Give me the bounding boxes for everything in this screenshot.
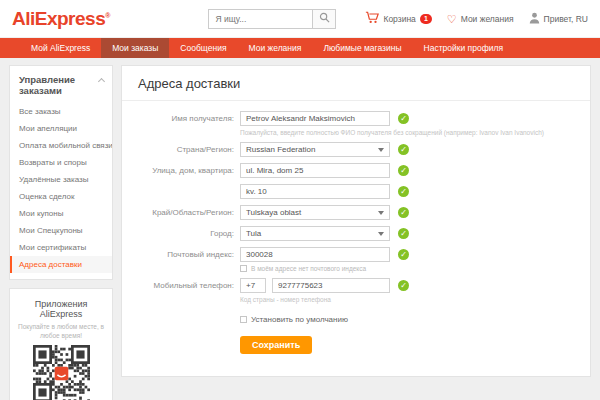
sidebar-item-returns-disputes[interactable]: Возвраты и споры xyxy=(10,154,112,171)
default-address-checkbox[interactable] xyxy=(240,316,247,323)
logo-reg-mark: ® xyxy=(105,11,110,18)
province-row: Край/Область/Регион: Tulskaya oblast xyxy=(122,205,590,220)
cart-link[interactable]: Корзина 1 xyxy=(365,11,431,26)
cart-count-badge: 1 xyxy=(420,14,432,24)
account-link[interactable]: Привет, RU xyxy=(529,12,588,26)
greeting-label: Привет, RU xyxy=(544,14,588,24)
default-address-label: Установить по умолчанию xyxy=(251,315,348,324)
address-form: Имя получателя: Пожалуйста, введите полн… xyxy=(122,101,590,376)
nav-item-my-orders[interactable]: Мои заказы xyxy=(101,38,169,58)
valid-check-icon xyxy=(398,165,409,176)
phone-row: Мобильный телефон: xyxy=(122,278,590,293)
province-label: Край/Область/Регион: xyxy=(122,208,234,217)
chevron-down-icon xyxy=(378,211,384,218)
no-zip-option: В моём адресе нет почтового индекса xyxy=(240,265,366,272)
sidebar-item-certificates[interactable]: Мои сертификаты xyxy=(10,239,112,256)
sidebar-item-select-coupons[interactable]: Мои Спецкупоны xyxy=(10,222,112,239)
sidebar-item-appeals[interactable]: Мои апелляции xyxy=(10,120,112,137)
cart-label: Корзина xyxy=(383,14,415,24)
valid-check-icon xyxy=(398,186,409,197)
no-zip-checkbox[interactable] xyxy=(240,265,247,272)
user-icon xyxy=(529,12,540,26)
city-select-value: Tula xyxy=(246,229,261,238)
nav-item-messages[interactable]: Сообщения xyxy=(169,38,237,58)
chevron-up-icon xyxy=(98,78,105,85)
default-address-option: Установить по умолчанию xyxy=(240,315,348,324)
orders-section-header[interactable]: Управление заказами xyxy=(10,66,112,103)
street-input[interactable] xyxy=(240,163,390,178)
zip-row: Почтовый индекс: xyxy=(122,247,590,262)
wishlist-label: Мои желания xyxy=(461,14,514,24)
phone-number-input[interactable] xyxy=(272,278,390,293)
search-bar xyxy=(208,9,336,29)
recipient-name-hint-row: Пожалуйста, введите полностью ФИО получа… xyxy=(122,129,590,136)
sidebar-item-shipping-addresses[interactable]: Адреса доставки xyxy=(10,256,112,273)
apartment-input[interactable] xyxy=(240,184,390,199)
country-label: Страна/Регион: xyxy=(122,145,234,154)
wishlist-link[interactable]: ♡ Мои желания xyxy=(447,14,514,24)
qr-code[interactable] xyxy=(15,345,107,400)
orders-section-title: Управление заказами xyxy=(19,74,75,96)
nav-item-favorite-stores[interactable]: Любимые магазины xyxy=(312,38,412,58)
sidebar-item-feedback[interactable]: Оценка сделок xyxy=(10,188,112,205)
top-header: AliExpress® Корзина 1 ♡ Мои желания Прив… xyxy=(0,0,600,38)
zip-label: Почтовый индекс: xyxy=(122,250,234,259)
country-select-value: Russian Federation xyxy=(246,145,315,154)
phone-country-code-input[interactable] xyxy=(240,278,266,293)
qr-code-svg xyxy=(33,345,90,400)
search-input[interactable] xyxy=(208,9,312,29)
no-zip-label: В моём адресе нет почтового индекса xyxy=(251,265,366,272)
street-row: Улица, дом, квартира: xyxy=(122,163,590,178)
province-select-value: Tulskaya oblast xyxy=(246,208,301,217)
phone-label: Мобильный телефон: xyxy=(122,281,234,290)
recipient-name-label: Имя получателя: xyxy=(122,114,234,123)
heart-icon: ♡ xyxy=(447,14,457,24)
app-promo-subtitle: Покупайте в любом месте, в любое время! xyxy=(15,323,107,341)
sidebar-item-all-orders[interactable]: Все заказы xyxy=(10,103,112,120)
aliexpress-logo[interactable]: AliExpress® xyxy=(12,8,110,30)
sidebar-item-deleted-orders[interactable]: Удалённые заказы xyxy=(10,171,112,188)
country-select[interactable]: Russian Federation xyxy=(240,142,390,157)
city-select[interactable]: Tula xyxy=(240,226,390,241)
sidebar-item-coupons[interactable]: Мои купоны xyxy=(10,205,112,222)
chevron-down-icon xyxy=(378,232,384,239)
nav-item-wishlist[interactable]: Мои желания xyxy=(238,38,313,58)
phone-hint-row: Код страны - номер телефона xyxy=(122,296,590,303)
city-row: Город: Tula xyxy=(122,226,590,241)
main-nav: Мой AliExpress Мои заказы Сообщения Мои … xyxy=(0,38,600,58)
valid-check-icon xyxy=(398,144,409,155)
recipient-name-row: Имя получателя: xyxy=(122,111,590,126)
save-button[interactable]: Сохранить xyxy=(240,336,312,354)
no-zip-row: В моём адресе нет почтового индекса xyxy=(122,265,590,272)
chevron-down-icon xyxy=(378,148,384,155)
phone-hint: Код страны - номер телефона xyxy=(240,296,331,303)
app-promo-title: Приложения AliExpress xyxy=(15,299,107,319)
city-label: Город: xyxy=(122,229,234,238)
apartment-row xyxy=(122,184,590,199)
valid-check-icon xyxy=(398,280,409,291)
search-button[interactable] xyxy=(312,9,336,29)
street-label: Улица, дом, квартира: xyxy=(122,166,234,175)
orders-menu-card: Управление заказами Все заказы Мои апелл… xyxy=(9,65,113,280)
recipient-name-input[interactable] xyxy=(240,111,390,126)
valid-check-icon xyxy=(398,207,409,218)
zip-input[interactable] xyxy=(240,247,390,262)
main-panel: Адреса доставки Имя получателя: Пожалуйс… xyxy=(121,65,591,377)
page-content: Управление заказами Все заказы Мои апелл… xyxy=(0,58,600,400)
nav-item-profile-settings[interactable]: Настройки профиля xyxy=(413,38,514,58)
country-row: Страна/Регион: Russian Federation xyxy=(122,142,590,157)
app-promo-card: Приложения AliExpress Покупайте в любом … xyxy=(9,288,113,400)
valid-check-icon xyxy=(398,228,409,239)
save-row: Сохранить xyxy=(122,336,590,354)
sidebar: Управление заказами Все заказы Мои апелл… xyxy=(9,65,113,400)
default-address-row: Установить по умолчанию xyxy=(122,315,590,324)
page-title: Адреса доставки xyxy=(122,66,590,101)
recipient-name-hint: Пожалуйста, введите полностью ФИО получа… xyxy=(240,129,544,136)
valid-check-icon xyxy=(398,249,409,260)
magnifier-icon xyxy=(319,11,330,26)
province-select[interactable]: Tulskaya oblast xyxy=(240,205,390,220)
valid-check-icon xyxy=(398,113,409,124)
cart-icon xyxy=(365,11,379,26)
sidebar-item-mobile-payment[interactable]: Оплата мобильной связи xyxy=(10,137,112,154)
nav-item-my-aliexpress[interactable]: Мой AliExpress xyxy=(20,38,101,58)
